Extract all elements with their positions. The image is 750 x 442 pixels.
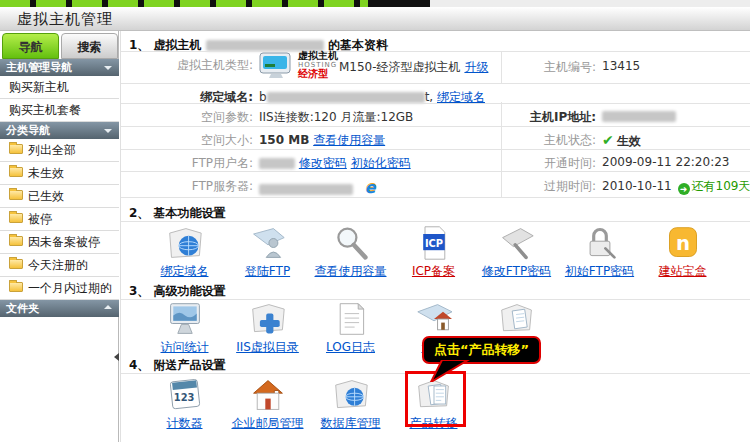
ftp-server-label: FTP服务器: [121,178,253,195]
host-id-value: 13415 [602,59,640,73]
feature-change-ftp-password[interactable]: 修改FTP密码 [475,225,558,280]
ftp-user-label: FTP用户名: [121,155,253,172]
redacted-ip [602,111,676,122]
sidebar-item-buy-new-host[interactable]: 购买新主机 [0,76,119,99]
host-type-value: M150-经济型虚拟主机 升级 [339,59,488,76]
icp-document-icon: ICP [412,225,456,261]
feature-bind-domain[interactable]: 绑定域名 [143,225,226,280]
space-size-label: 空间大小: [121,132,253,149]
counter-icon: 123 [163,377,207,413]
feature-site-builder-box[interactable]: n 建站宝盒 [641,225,724,280]
header-bar: 虚拟主机管理 [0,7,750,31]
host-status-value: ✔生效 [602,132,641,150]
disk-home-icon [412,301,456,337]
host-ip-label: 主机IP地址: [504,109,596,126]
feature-visit-stats[interactable]: 访问统计 [143,301,226,356]
open-time-label: 开通时间: [504,155,596,172]
folder-icon [9,236,23,246]
sidebar-section-category-nav[interactable]: 分类导航 [0,122,119,139]
section2-title: 2、 基本功能设置 [129,205,226,222]
chevron-down-icon [104,66,112,70]
sidebar-item-buy-host-plan[interactable]: 购买主机套餐 [0,99,119,122]
sidebar-section-host-management[interactable]: 主机管理导航 [0,59,119,76]
globe-folder-icon [163,225,207,261]
virtual-host-manager-window: 虚拟主机管理 导航 搜索 主机管理导航 购买新主机 购买主机套餐 分类导航 列出… [0,0,750,442]
sidebar-item-list-all[interactable]: 列出全部 [0,139,119,162]
folder-icon [9,282,23,292]
space-params-value: IIS连接数:120 月流量:12GB [259,109,413,126]
callout-tail [428,360,473,382]
sidebar-item-stopped-no-icp[interactable]: 因未备案被停 [0,231,119,254]
host-type-label: 虚拟主机类型: [121,48,253,82]
feature-icp-record[interactable]: ICP ICP备案 [392,225,475,280]
nbox-icon: n [661,225,705,261]
brush-tool-icon [495,225,539,261]
feature-log[interactable]: LOG日志 [309,301,392,356]
green-arrow-icon: ➜ [678,183,690,195]
upgrade-link[interactable]: 升级 [464,60,488,74]
open-time-value: 2009-09-11 22:20:23 [602,155,729,169]
feature-init-ftp-password[interactable]: 初始FTP密码 [558,225,641,280]
section3-title: 3、 高级功能设置 [129,283,226,300]
feature-view-usage[interactable]: 查看使用容量 [309,225,392,280]
section4-title: 4、 附送产品设置 [129,357,226,374]
sidebar-item-stopped[interactable]: 被停 [0,208,119,231]
svg-text:123: 123 [173,392,194,403]
redacted-ftp-server [259,184,353,195]
folder-icon [9,259,23,269]
host-status-label: 主机状态: [504,132,596,149]
ftp-server-value: e [259,178,376,197]
internet-explorer-icon[interactable]: e [365,178,376,197]
host-id-label: 主机编号: [504,59,596,76]
change-password-link[interactable]: 修改密码 [299,156,347,170]
hosting-type-logo: 虚拟主机 HOSTING 经济型 [259,51,338,79]
house-icon [246,377,290,413]
feature-counter[interactable]: 123 计数器 [143,377,226,432]
magnifier-icon [329,225,373,261]
sidebar-collapse-handle[interactable] [114,353,119,361]
dark-tab-edge [368,0,430,7]
tab-navigation[interactable]: 导航 [2,33,59,59]
feature-iis-virtual-dir[interactable]: IIS虚拟目录 [226,301,309,356]
view-usage-link[interactable]: 查看使用容量 [313,133,385,147]
sidebar-item-registered-today[interactable]: 今天注册的 [0,254,119,277]
green-tabs-edge [0,0,368,7]
docs-folder-icon [495,301,539,337]
svg-text:ICP: ICP [424,238,442,249]
sidebar-item-active[interactable]: 已生效 [0,185,119,208]
top-tab-strip [0,0,750,7]
folder-icon [9,190,23,200]
ftp-user-value: 修改密码 初始化密码 [259,155,411,172]
monitor-icon [163,301,207,337]
check-icon: ✔ [602,132,614,148]
chevron-down-icon [104,129,112,133]
space-params-label: 空间参数: [121,109,253,126]
page-title: 虚拟主机管理 [17,10,113,29]
feature-enterprise-mail[interactable]: 企业邮局管理 [226,377,309,432]
folder-icon [9,144,23,154]
tab-search[interactable]: 搜索 [61,33,118,59]
main-content: 1、 虚拟主机 的基本资料 虚拟主机类型: 虚拟主机 HOSTING 经济型 [120,31,750,442]
feature-database[interactable]: 数据库管理 [309,377,392,432]
bind-domain-link[interactable]: 绑定域名 [437,90,485,104]
feature-login-ftp[interactable]: 登陆FTP [226,225,309,280]
svg-text:n: n [675,232,689,255]
sidebar-section-folders[interactable]: 文件夹 [0,300,119,317]
hosting-monitor-icon [259,52,295,79]
database-globe-icon [329,377,373,413]
sidebar-tabs: 导航 搜索 [0,33,119,59]
basic-features-row: 绑定域名 登陆FTP 查看使用容量 [121,225,750,280]
chevron-up-icon [104,305,112,309]
sidebar-item-expiring-month[interactable]: 一个月内过期的 [0,277,119,300]
folder-icon [9,213,23,223]
redacted-domain [267,92,425,103]
init-password-link[interactable]: 初始化密码 [351,156,411,170]
log-document-icon [329,301,373,337]
folder-plus-icon [246,301,290,337]
expire-time-label: 过期时间: [504,178,596,195]
sidebar-item-not-active[interactable]: 未生效 [0,162,119,185]
host-ip-value [602,109,676,123]
ftp-login-icon [246,225,290,261]
callout-product-transfer: 点击“产品转移” [422,336,541,364]
padlock-icon [578,225,622,261]
